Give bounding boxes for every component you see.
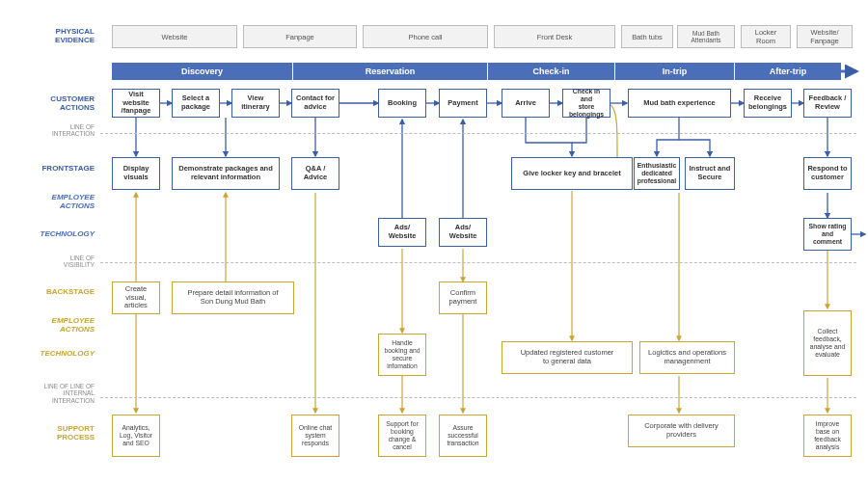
pe-attendants: Mud BathAttendants xyxy=(677,25,735,48)
ca-receive: Receivebelongings xyxy=(744,89,792,118)
ca-view: Viewitinerary xyxy=(231,89,280,118)
pe-frontdesk: Front Desk xyxy=(494,25,615,48)
label-support-process: SUPPORTPROCESS xyxy=(4,424,95,442)
phase-aftertrip: After-trip xyxy=(735,63,841,80)
ca-visit: Visit website/fanpage xyxy=(112,89,160,118)
ca-mudbath: Mud bath experience xyxy=(628,89,731,118)
phase-reservation: Reservation xyxy=(293,63,488,80)
phase-discovery: Discovery xyxy=(112,63,293,80)
ca-payment: Payment xyxy=(439,89,487,118)
label-bs-employee: EMPLOYEEACTIONS xyxy=(4,316,95,334)
bt-collect: Collectfeedback,analyse andevaluate xyxy=(803,310,852,376)
bt-update: Updated registered customerto general da… xyxy=(502,341,633,374)
fs-locker: Give locker key and bracelet xyxy=(511,157,633,190)
label-fs-technology: TECHNOLOGY xyxy=(4,229,95,238)
sp-transaction: Assuresuccessfultransaction xyxy=(439,415,487,457)
label-frontstage: FRONTSTAGE xyxy=(4,164,95,173)
ca-select: Select apackage xyxy=(172,89,220,118)
line-of-visibility xyxy=(100,262,856,263)
fs-demonstrate: Demonstrate packages andrelevant informa… xyxy=(172,157,280,190)
pe-fanpage: Fanpage xyxy=(243,25,357,48)
ca-checkstore: Check in andstorebelongings xyxy=(562,89,610,118)
phase-checkin: Check-in xyxy=(488,63,615,80)
label-customer-actions: CUSTOMERACTIONS xyxy=(4,94,95,112)
bs-prepare: Prepare detail information ofSon Dung Mu… xyxy=(172,281,294,314)
phase-intrip: In-trip xyxy=(615,63,735,80)
ft-ads1: Ads/Website xyxy=(378,218,426,247)
pe-locker: LockerRoom xyxy=(741,25,791,48)
bt-logistics: Logictics and operationsmanagenment xyxy=(639,341,735,374)
ft-showrating: Show ratingandcomment xyxy=(803,218,852,251)
label-backstage: BACKSTAGE xyxy=(4,287,95,296)
fs-enthusiastic: Enthusiasticdedicatedprofessional xyxy=(634,157,680,190)
pe-website-fanpage: Website/Fanpage xyxy=(797,25,853,48)
label-bs-technology: TECHNOLOGY xyxy=(4,349,95,358)
sp-improve: Improvebase onfeedbackanalysis xyxy=(803,415,852,457)
ca-arrive: Arrive xyxy=(502,89,550,118)
line-of-interaction xyxy=(100,133,856,134)
fs-instruct: Instruct andSecure xyxy=(685,157,735,190)
label-fs-employee: EMPLOYEEACTIONS xyxy=(4,193,95,210)
bs-create: Create visual,articles xyxy=(112,281,160,314)
pe-website: Website xyxy=(112,25,237,48)
label-physical-evidence: PHYSICALEVIDENCE xyxy=(4,27,95,44)
sp-chat: Online chatsystemresponds xyxy=(291,415,339,457)
ca-feedback: Feedback /Review xyxy=(803,89,852,118)
sp-corporate: Corporate with deliveryproviders xyxy=(628,415,735,447)
fs-qa: Q&A /Advice xyxy=(291,157,339,190)
service-blueprint-diagram: PHYSICALEVIDENCE CUSTOMERACTIONS LINE OF… xyxy=(0,0,868,482)
label-line-internal: LINE OF LINE OFINTERNALINTERACTION xyxy=(4,383,95,404)
fs-display: Displayvisuals xyxy=(112,157,160,190)
fs-respond: Respond tocustomer xyxy=(803,157,852,190)
sp-analytics: Analytics,Log, Visitorand SEO xyxy=(112,415,160,457)
line-of-internal-interaction xyxy=(100,397,856,398)
bt-handle: Handlebooking andsecureinfomation xyxy=(378,334,426,376)
label-line-visibility: LINE OFVISIBILITY xyxy=(4,254,95,269)
pe-phonecall: Phone call xyxy=(363,25,488,48)
label-line-interaction: LINE OFINTERACTION xyxy=(4,123,95,138)
pe-bathtubs: Bath tubs xyxy=(621,25,673,48)
ft-ads2: Ads/Website xyxy=(439,218,487,247)
bs-confirm: Confirmpayment xyxy=(439,281,487,314)
sp-booking: Support forbookingchange &cancel xyxy=(378,415,426,457)
ca-booking: Booking xyxy=(378,89,426,118)
ca-contact: Contact foradvice xyxy=(291,89,339,118)
phase-band: Discovery Reservation Check-in In-trip A… xyxy=(112,63,841,80)
